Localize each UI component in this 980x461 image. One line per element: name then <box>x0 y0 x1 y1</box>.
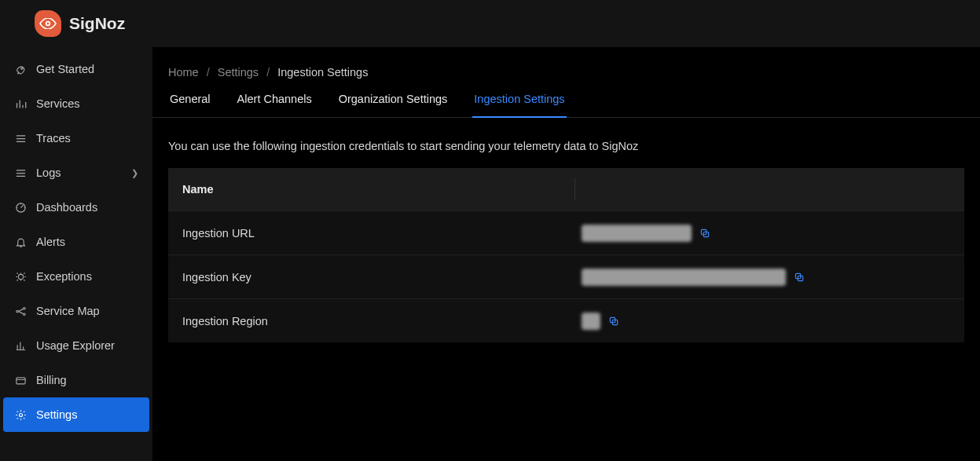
menu-icon <box>14 132 27 145</box>
body: Get Started Services Traces Logs ❯ <box>0 47 980 461</box>
svg-point-7 <box>23 313 25 316</box>
copy-button[interactable] <box>792 270 806 284</box>
breadcrumb-item-settings[interactable]: Settings <box>218 66 259 79</box>
svg-point-4 <box>18 274 23 279</box>
bars-icon <box>14 97 27 110</box>
chart-icon <box>14 339 27 352</box>
copy-button[interactable] <box>607 314 621 328</box>
sidebar-item-service-map[interactable]: Service Map <box>0 294 152 328</box>
brand-name: SigNoz <box>69 14 125 33</box>
sidebar-item-traces[interactable]: Traces <box>0 121 152 155</box>
redacted-value <box>582 313 600 330</box>
svg-point-9 <box>19 413 22 416</box>
breadcrumb-separator: / <box>207 66 210 79</box>
sidebar-item-dashboards[interactable]: Dashboards <box>0 190 152 225</box>
sidebar-item-exceptions[interactable]: Exceptions <box>0 259 152 294</box>
tab-general[interactable]: General <box>168 93 212 118</box>
sidebar-item-services[interactable]: Services <box>0 86 152 121</box>
bell-icon <box>14 236 27 248</box>
redacted-value <box>582 225 692 242</box>
sidebar-item-label: Service Map <box>36 305 138 317</box>
row-label: Ingestion Key <box>168 271 575 284</box>
sidebar-item-label: Settings <box>36 408 138 421</box>
breadcrumb: Home / Settings / Ingestion Settings <box>152 61 980 93</box>
row-value <box>575 269 964 286</box>
sidebar-item-logs[interactable]: Logs ❯ <box>0 155 152 190</box>
app-root: SigNoz Get Started Services T <box>0 0 980 461</box>
row-label: Ingestion URL <box>168 227 575 240</box>
sidebar-item-label: Dashboards <box>36 201 138 214</box>
svg-point-5 <box>16 310 18 313</box>
svg-point-6 <box>23 307 25 309</box>
row-label: Ingestion Region <box>168 315 575 327</box>
sidebar-item-alerts[interactable]: Alerts <box>0 225 152 259</box>
tab-ingestion-settings[interactable]: Ingestion Settings <box>472 93 566 118</box>
card-icon <box>14 374 27 386</box>
main-content: Home / Settings / Ingestion Settings Gen… <box>152 47 980 461</box>
breadcrumb-separator: / <box>266 66 270 79</box>
bug-icon <box>14 270 27 283</box>
copy-button[interactable] <box>698 226 712 240</box>
redacted-value <box>582 269 786 286</box>
sidebar-item-billing[interactable]: Billing <box>0 363 152 397</box>
tab-organization-settings[interactable]: Organization Settings <box>337 93 450 118</box>
sidebar-item-label: Services <box>36 97 138 110</box>
svg-rect-8 <box>16 377 24 383</box>
sidebar-item-label: Traces <box>36 132 138 145</box>
sidebar-item-label: Alerts <box>36 236 138 248</box>
rocket-icon <box>14 63 27 75</box>
dashboard-icon <box>14 201 27 214</box>
table-row: Ingestion URL <box>168 210 964 254</box>
brand-logo[interactable]: SigNoz <box>35 10 125 37</box>
sidebar-item-label: Billing <box>36 374 138 386</box>
page-description: You can use the following ingestion cred… <box>152 118 980 168</box>
sidebar-item-get-started[interactable]: Get Started <box>0 52 152 86</box>
table-row: Ingestion Region <box>168 298 964 342</box>
sidebar-item-label: Exceptions <box>36 270 138 283</box>
sidebar-item-label: Usage Explorer <box>36 339 138 352</box>
gear-icon <box>14 408 27 421</box>
table-row: Ingestion Key <box>168 254 964 298</box>
sidebar: Get Started Services Traces Logs ❯ <box>0 47 152 461</box>
sidebar-item-settings[interactable]: Settings <box>3 397 149 432</box>
table-header: Name <box>168 168 964 210</box>
svg-point-2 <box>20 68 22 69</box>
chevron-right-icon: ❯ <box>131 168 138 178</box>
sidebar-item-label: Logs <box>36 166 122 179</box>
topbar: SigNoz <box>0 0 980 47</box>
eye-icon <box>35 10 61 37</box>
column-header-name: Name <box>168 178 575 200</box>
row-value <box>575 225 964 242</box>
svg-point-1 <box>47 23 50 25</box>
breadcrumb-item-home[interactable]: Home <box>168 66 199 79</box>
sidebar-item-usage-explorer[interactable]: Usage Explorer <box>0 328 152 363</box>
breadcrumb-item-current: Ingestion Settings <box>277 66 368 79</box>
tab-alert-channels[interactable]: Alert Channels <box>236 93 314 118</box>
menu-icon <box>14 166 27 179</box>
map-icon <box>14 305 27 317</box>
credentials-table: Name Ingestion URL Ingestion Key <box>168 168 964 342</box>
tabs: General Alert Channels Organization Sett… <box>152 93 980 118</box>
row-value <box>575 313 964 330</box>
sidebar-item-label: Get Started <box>36 63 138 75</box>
